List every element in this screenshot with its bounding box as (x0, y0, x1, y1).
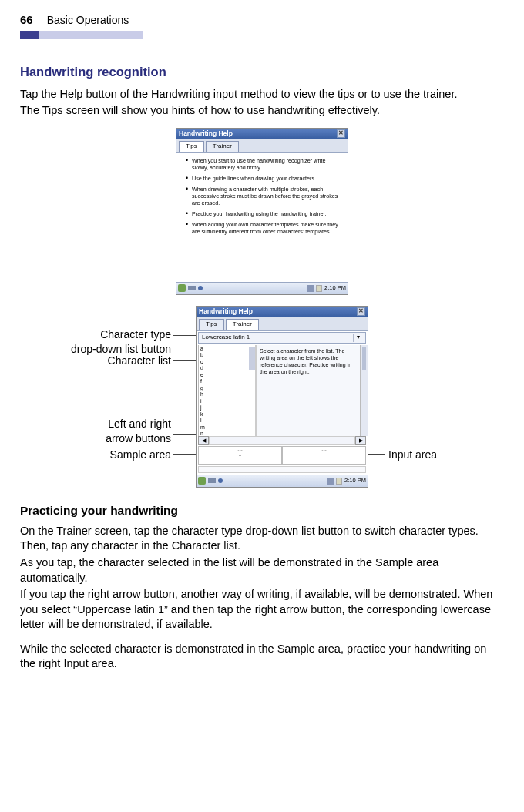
scrollbar-vertical[interactable] (360, 345, 368, 436)
right-arrow-button[interactable]: ▶ (355, 436, 366, 445)
char-item[interactable]: d (200, 365, 208, 372)
tip-item: Use the guide lines when drawing your ch… (186, 175, 341, 182)
annot-input: Input area (388, 448, 437, 461)
character-list[interactable]: a b c d e f g h i j k l m n (198, 345, 210, 436)
note-icon[interactable] (336, 478, 342, 485)
header-rule (20, 31, 143, 39)
tips-list: When you start to use the handwriting re… (183, 157, 341, 235)
char-item[interactable]: l (200, 418, 208, 424)
volume-icon[interactable] (307, 285, 314, 292)
char-item[interactable]: i (200, 398, 208, 405)
char-item[interactable]: a (200, 346, 208, 353)
close-icon[interactable]: ✕ (357, 307, 365, 316)
char-type-dropdown[interactable]: Lowercase latin 1 ▾ (198, 332, 366, 344)
annot-char-list: Character list (108, 354, 171, 367)
arrow-track (209, 436, 355, 445)
start-icon[interactable] (198, 477, 206, 485)
keyboard-icon[interactable] (188, 286, 196, 290)
annot-sample: Sample area (110, 448, 171, 461)
tab-trainer[interactable]: Trainer (206, 141, 239, 152)
tip-item: When you start to use the handwriting re… (186, 157, 341, 171)
char-item[interactable]: c (200, 359, 208, 366)
chapter-title: Basic Operations (47, 13, 129, 28)
close-icon[interactable]: ✕ (337, 129, 345, 138)
note-icon[interactable] (316, 285, 322, 292)
pda-window-trainer: Handwriting Help ✕ Tips Trainer Lowercas… (196, 306, 368, 488)
volume-icon[interactable] (327, 478, 334, 485)
window-title: Handwriting Help (179, 129, 233, 138)
tab-tips[interactable]: Tips (199, 319, 224, 330)
char-item[interactable]: h (200, 391, 208, 398)
chevron-down-icon[interactable]: ▾ (353, 334, 362, 342)
tick-icon: ▪▪▪ (321, 448, 326, 454)
tab-tips[interactable]: Tips (179, 141, 204, 152)
tab-trainer[interactable]: Trainer (226, 319, 259, 330)
tick-icon: ▪▪▪ (237, 448, 242, 454)
annot-char-type: Character type (20, 327, 171, 342)
keyboard-icon[interactable] (208, 478, 216, 483)
clock: 2:10 PM (344, 477, 366, 485)
taskbar: 2:10 PM (196, 475, 368, 487)
char-item[interactable]: g (200, 385, 208, 392)
tip-item: Practice your handwriting using the hand… (186, 210, 341, 217)
left-arrow-button[interactable]: ◀ (198, 436, 209, 445)
sample-area: ▪▪▪ - (198, 446, 282, 465)
section2-p1: On the Trainer screen, tap the character… (20, 524, 504, 554)
scrollbar-thumb[interactable] (249, 347, 255, 370)
section2-p3: If you tap the right arrow button, anoth… (20, 587, 504, 632)
guide-line (198, 466, 366, 473)
annot-arrows2: arrow buttons (20, 431, 171, 446)
trainer-instruction: Select a character from the list. The wr… (257, 345, 360, 436)
clock: 2:10 PM (324, 284, 346, 292)
section1-p1: Tap the Help button of the Handwriting i… (20, 87, 504, 102)
char-item[interactable]: b (200, 352, 208, 359)
reference-pane (210, 345, 257, 436)
start-icon[interactable] (178, 284, 186, 292)
section2-p2: As you tap, the character selected in th… (20, 555, 504, 586)
tray-icon[interactable] (218, 478, 223, 483)
taskbar: 2:10 PM (176, 282, 348, 294)
section-practicing-title: Practicing your handwriting (20, 503, 504, 519)
section1-p2: The Tips screen will show you hints of h… (20, 103, 504, 119)
section-handwriting-title: Handwriting recognition (20, 63, 504, 80)
char-item[interactable]: k (200, 411, 208, 418)
tip-item: When adding your own character templates… (186, 221, 341, 235)
pda-window-tips: Handwriting Help ✕ Tips Trainer When you… (176, 128, 348, 295)
char-item[interactable]: e (200, 372, 208, 379)
char-item[interactable]: m (200, 424, 208, 431)
page-number: 66 (20, 12, 33, 28)
tray-icon[interactable] (198, 286, 203, 290)
char-item[interactable]: j (200, 404, 208, 411)
annot-arrows1: Left and right (20, 417, 171, 431)
section2-p4: While the selected character is demonstr… (20, 642, 504, 672)
window-title: Handwriting Help (199, 307, 253, 316)
char-item[interactable]: f (200, 378, 208, 385)
input-area[interactable]: ▪▪▪ (282, 446, 366, 465)
tip-item: When drawing a character with multiple s… (186, 186, 341, 206)
char-type-value: Lowercase latin 1 (202, 334, 250, 342)
